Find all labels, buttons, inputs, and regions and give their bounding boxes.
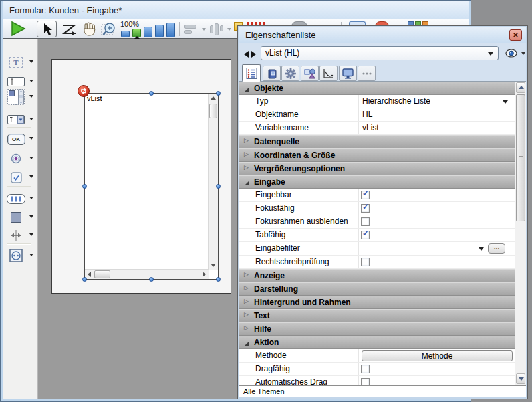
section-header-vergrosserungsoptionen[interactable]: ▷Vergrößerungsoptionen (239, 162, 515, 175)
palette-radio-button-tool[interactable] (3, 150, 38, 167)
tab-line-chart[interactable] (319, 66, 338, 81)
vlist-object[interactable]: vList (84, 93, 219, 280)
palette-plugin-area-tool[interactable] (3, 247, 38, 264)
tab-monitor[interactable] (339, 66, 357, 81)
select-tool-button[interactable] (37, 21, 57, 37)
expanded-triangle-icon (245, 87, 249, 92)
palette-dropdown-caret-icon[interactable] (29, 233, 33, 236)
palette-button-grid-tool[interactable] (3, 190, 38, 207)
section-header-datenquelle[interactable]: ▷Datenquelle (239, 135, 515, 148)
tab-shapes[interactable] (301, 66, 319, 81)
zoom-level-1[interactable] (121, 31, 130, 37)
palette-dropdown-caret-icon[interactable] (29, 118, 33, 120)
zoom-level-5[interactable] (166, 23, 175, 37)
next-object-icon[interactable] (251, 51, 256, 58)
run-form-button[interactable] (11, 21, 26, 37)
section-header-eingabe[interactable]: Eingabe (239, 175, 515, 189)
selection-handle-top-right[interactable] (216, 91, 221, 96)
close-button[interactable]: ✕ (509, 29, 522, 41)
vlist-horizontal-scrollbar[interactable] (85, 269, 209, 279)
scroll-right-icon[interactable] (203, 272, 206, 277)
palette-ok-button-tool[interactable]: OK (3, 130, 38, 148)
object-selector-combobox[interactable]: vList (HL) (261, 46, 499, 60)
checkbox-rechtschreibprufung[interactable] (361, 258, 370, 266)
palette-dropdown-caret-icon[interactable] (29, 215, 33, 218)
object-method-badge[interactable] (78, 85, 90, 97)
property-row-rechtschreibprufung: Rechtschreibprüfung (239, 256, 515, 269)
property-grid-scrollbar[interactable] (515, 82, 526, 385)
palette-checkbox-tool[interactable] (3, 169, 38, 186)
property-value[interactable]: HL (362, 108, 372, 121)
distribute-tool-caret-icon[interactable] (227, 28, 231, 31)
palette-listbox-tool[interactable] (3, 88, 38, 106)
section-header-koordinaten-grosse[interactable]: ▷Koordinaten & Größe (239, 148, 515, 162)
checkbox-automatisches-drag[interactable] (361, 378, 370, 385)
selection-handle-top-center[interactable] (149, 91, 154, 96)
vlist-vertical-scrollbar[interactable] (208, 94, 218, 270)
palette-dropdown-caret-icon[interactable] (29, 137, 33, 140)
property-value-cell: ✓ (358, 229, 515, 241)
property-value[interactable]: vList (362, 122, 379, 134)
checkbox-tabfahig[interactable]: ✓ (361, 231, 370, 239)
scrollbar-up-button[interactable] (516, 82, 525, 93)
methode-button[interactable]: Methode (362, 350, 513, 361)
previous-object-icon[interactable] (244, 51, 249, 58)
selection-handle-mid-right[interactable] (216, 184, 221, 189)
zoom-tool-button[interactable] (101, 22, 119, 37)
zoom-percent-label: 100% (120, 20, 139, 28)
hscroll-thumb[interactable] (94, 270, 110, 278)
zoom-level-4[interactable] (155, 25, 164, 37)
palette-rectangle-tool[interactable] (3, 209, 38, 226)
scrollbar-down-button[interactable] (516, 373, 525, 384)
section-header-objekte[interactable]: Objekte (239, 82, 515, 95)
zoom-level-3[interactable] (144, 27, 152, 37)
ellipsis-button[interactable]: ... (488, 243, 505, 254)
tab-order-tool-button[interactable] (61, 24, 78, 35)
property-row-variablenname: VariablennamevList (239, 122, 515, 135)
palette-dropdown-caret-icon[interactable] (29, 197, 33, 199)
value-dropdown-caret-icon[interactable] (479, 247, 484, 251)
section-header-hintergrund-und-rahmen[interactable]: ▷Hintergrund und Rahmen (239, 296, 515, 309)
selection-handle-bottom-center[interactable] (149, 277, 154, 282)
scrollbar-thumb[interactable] (516, 94, 525, 221)
checkbox-fokusfahig[interactable]: ✓ (361, 204, 370, 213)
palette-dropdown-caret-icon[interactable] (29, 175, 33, 178)
scroll-up-icon[interactable] (211, 96, 216, 100)
visibility-menu-caret-icon[interactable] (521, 52, 525, 55)
vscroll-thumb[interactable] (209, 104, 217, 118)
section-header-aktion[interactable]: Aktion (239, 336, 515, 349)
distribute-tool-button[interactable] (210, 23, 225, 36)
align-tool-caret-icon[interactable] (202, 28, 206, 31)
property-value-cell: Hierarchische Liste (358, 95, 515, 108)
section-header-hilfe[interactable]: ▷Hilfe (239, 322, 515, 336)
section-header-darstellung[interactable]: ▷Darstellung (239, 282, 515, 296)
palette-separator (7, 243, 31, 244)
checkbox-eingebbar[interactable]: ✓ (361, 191, 370, 199)
palette-splitter-tool[interactable] (3, 227, 38, 244)
value-dropdown-caret-icon[interactable] (503, 100, 508, 104)
palette-dropdown-caret-icon[interactable] (29, 80, 33, 82)
palette-dropdown-caret-icon[interactable] (29, 157, 33, 159)
tab-properties-list[interactable] (242, 64, 261, 82)
align-tool-button[interactable] (184, 25, 199, 35)
checkbox-fokusrahmen-ausblenden[interactable] (361, 217, 370, 226)
checkbox-dragfahig[interactable] (361, 365, 370, 373)
pan-tool-button[interactable] (82, 22, 98, 36)
palette-dropdown-caret-icon[interactable] (29, 254, 33, 256)
section-header-text[interactable]: ▷Text (239, 309, 515, 322)
tab-more-dots[interactable] (358, 66, 376, 81)
palette-dropdown-caret-icon[interactable] (29, 95, 33, 98)
checkmark-icon: ✓ (362, 189, 369, 198)
palette-combobox-tool[interactable] (3, 111, 38, 128)
palette-text-tool[interactable]: T (3, 54, 38, 71)
selection-handle-bottom-right[interactable] (216, 277, 221, 282)
palette-dropdown-caret-icon[interactable] (29, 60, 33, 63)
scroll-down-icon[interactable] (211, 264, 216, 267)
scroll-left-icon[interactable] (88, 272, 91, 277)
section-header-anzeige[interactable]: ▷Anzeige (239, 269, 515, 282)
property-value[interactable]: Hierarchische Liste (362, 95, 430, 108)
tab-photo-book[interactable] (263, 66, 281, 81)
tab-gear[interactable] (281, 66, 299, 81)
selection-handle-bottom-left[interactable] (82, 277, 87, 282)
selection-handle-mid-left[interactable] (82, 184, 87, 189)
